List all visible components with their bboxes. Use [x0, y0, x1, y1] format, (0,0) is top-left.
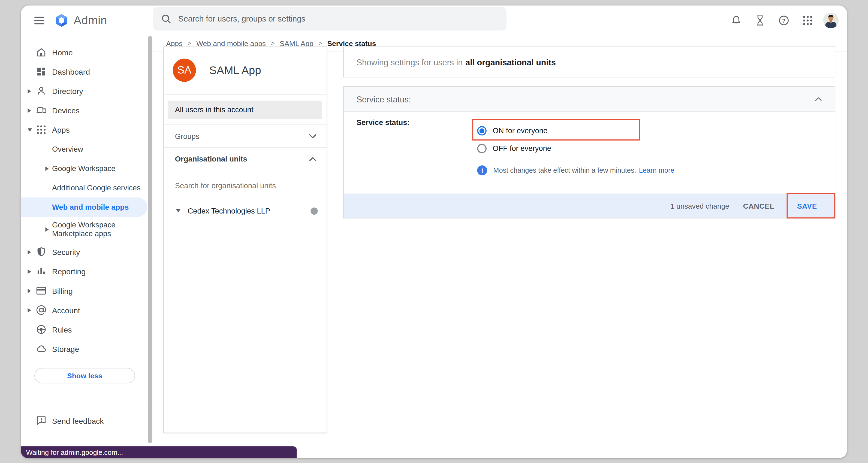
sidebar-label: Google Workspace Marketplace apps: [52, 221, 141, 238]
content-area: Home Dashboard Directory: [21, 35, 847, 458]
service-status-header[interactable]: Service status:: [344, 87, 835, 112]
storage-cloud-icon: [35, 343, 47, 355]
sidebar-label: Account: [52, 306, 80, 314]
scope-prefix-text: Showing settings for users in: [356, 57, 463, 67]
topbar: Admin ?: [21, 5, 847, 35]
sidebar-item-security[interactable]: Security: [21, 242, 152, 262]
groups-label: Groups: [175, 132, 199, 140]
sidebar-item-google-workspace[interactable]: Google Workspace: [21, 159, 152, 178]
org-units-search[interactable]: [175, 179, 316, 195]
scope-target-text: all organisational units: [465, 57, 556, 67]
admin-logo: [54, 13, 69, 28]
breadcrumb-web-and-mobile-apps[interactable]: Web and mobile apps: [196, 39, 266, 47]
show-less-button[interactable]: Show less: [34, 368, 135, 384]
sidebar-label: Storage: [52, 344, 79, 353]
learn-more-link[interactable]: Learn more: [639, 166, 675, 174]
global-search[interactable]: [153, 7, 506, 30]
org-unit-name: Cedex Technologies LLP: [188, 207, 270, 215]
chevron-up-icon[interactable]: [815, 97, 822, 101]
search-input[interactable]: [178, 14, 466, 23]
info-note-text: Most changes take effect within a few mi…: [493, 166, 636, 174]
sidebar-item-rules[interactable]: Rules: [21, 320, 152, 339]
sidebar-item-overview[interactable]: Overview: [21, 139, 152, 159]
info-icon: i: [477, 165, 487, 175]
unsaved-changes-text: 1 unsaved change: [670, 202, 729, 210]
notifications-bell-icon[interactable]: [730, 14, 743, 27]
save-button[interactable]: SAVE: [797, 202, 817, 210]
sidebar-item-dashboard[interactable]: Dashboard: [21, 62, 152, 81]
service-status-field-label: Service status:: [356, 119, 410, 127]
reporting-chart-icon: [35, 266, 47, 277]
radio-off-label: OFF for everyone: [493, 144, 551, 152]
sidebar-item-reporting[interactable]: Reporting: [21, 262, 152, 281]
sidebar-label: Send feedback: [52, 417, 104, 425]
radio-off-for-everyone[interactable]: OFF for everyone: [477, 142, 551, 155]
org-units-section-toggle[interactable]: Organisational units: [164, 147, 327, 170]
topbar-actions: ?: [719, 5, 839, 35]
sidebar-label: Billing: [52, 286, 73, 295]
app-avatar: SA: [173, 59, 196, 82]
breadcrumb-apps[interactable]: Apps: [166, 39, 182, 47]
tasks-hourglass-icon[interactable]: [753, 14, 767, 27]
send-feedback-button[interactable]: Send feedback: [21, 408, 148, 434]
collapse-arrow-icon[interactable]: [28, 128, 32, 131]
app-panel: SA SAML App All users in this account Gr…: [163, 46, 327, 433]
sidebar-label: Overview: [52, 145, 83, 153]
sidebar: Home Dashboard Directory: [21, 35, 152, 458]
sidebar-item-home[interactable]: Home: [21, 42, 152, 62]
sidebar-item-billing[interactable]: Billing: [21, 281, 152, 300]
sidebar-label: Web and mobile apps: [52, 203, 129, 211]
sidebar-footer: Send feedback © 2023 Google Inc.: [21, 408, 148, 434]
feedback-icon: [35, 415, 47, 427]
tree-collapse-arrow-icon[interactable]: [176, 209, 181, 212]
sidebar-label: Apps: [52, 125, 70, 134]
sidebar-item-web-and-mobile-apps[interactable]: Web and mobile apps: [21, 197, 147, 217]
browser-status-bar: Waiting for admin.google.com...: [21, 447, 297, 458]
groups-section-toggle[interactable]: Groups: [164, 125, 327, 147]
sidebar-item-devices[interactable]: Devices: [21, 101, 152, 120]
all-users-scope-item[interactable]: All users in this account: [168, 101, 322, 119]
sidebar-label: Google Workspace: [52, 164, 116, 172]
service-status-card: Service status: Service status: ON for e…: [343, 86, 835, 219]
expand-arrow-icon[interactable]: [45, 227, 49, 232]
info-note: i Most changes take effect within a few …: [477, 165, 674, 175]
sidebar-item-apps[interactable]: Apps: [21, 120, 152, 139]
org-units-search-input[interactable]: [175, 179, 316, 195]
google-apps-grid-icon[interactable]: [801, 14, 814, 27]
menu-icon[interactable]: [34, 16, 44, 24]
app-title: SAML App: [209, 64, 261, 77]
org-units-label: Organisational units: [175, 155, 247, 163]
help-icon[interactable]: ?: [777, 14, 790, 27]
expand-arrow-icon[interactable]: [28, 108, 31, 112]
breadcrumb-saml-app[interactable]: SAML App: [280, 39, 313, 47]
expand-arrow-icon[interactable]: [28, 289, 31, 293]
radio-on-label: ON for everyone: [493, 126, 548, 135]
expand-arrow-icon[interactable]: [45, 166, 49, 170]
radio-unselected-icon: [477, 143, 487, 153]
expand-arrow-icon[interactable]: [28, 89, 31, 93]
sidebar-scrollbar[interactable]: [148, 36, 152, 443]
sidebar-label: Rules: [52, 325, 72, 334]
org-unit-tree-item[interactable]: Cedex Technologies LLP: [164, 203, 327, 219]
browser-status-text: Waiting for admin.google.com...: [26, 448, 123, 456]
sidebar-item-account[interactable]: Account: [21, 300, 152, 320]
org-unit-status-dot: [311, 207, 318, 214]
radio-on-for-everyone[interactable]: ON for everyone: [477, 124, 548, 137]
directory-person-icon: [35, 85, 47, 97]
expand-arrow-icon[interactable]: [28, 269, 31, 273]
expand-arrow-icon[interactable]: [28, 250, 31, 254]
sidebar-item-workspace-marketplace-apps[interactable]: Google Workspace Marketplace apps: [21, 217, 152, 242]
chevron-up-icon: [309, 157, 316, 162]
breadcrumb-separator: >: [271, 39, 275, 47]
chevron-down-icon: [309, 134, 316, 139]
sidebar-item-storage[interactable]: Storage: [21, 339, 152, 358]
user-avatar[interactable]: [823, 13, 839, 28]
breadcrumb-current: Service status: [327, 39, 376, 47]
svg-text:?: ?: [782, 18, 786, 24]
cancel-button[interactable]: CANCEL: [743, 202, 774, 210]
app-panel-header: SA SAML App: [164, 47, 327, 95]
expand-arrow-icon[interactable]: [28, 308, 31, 312]
sidebar-item-directory[interactable]: Directory: [21, 81, 152, 101]
sidebar-item-additional-google-services[interactable]: Additional Google services: [21, 178, 152, 197]
admin-console-window: Admin ?: [21, 5, 847, 458]
